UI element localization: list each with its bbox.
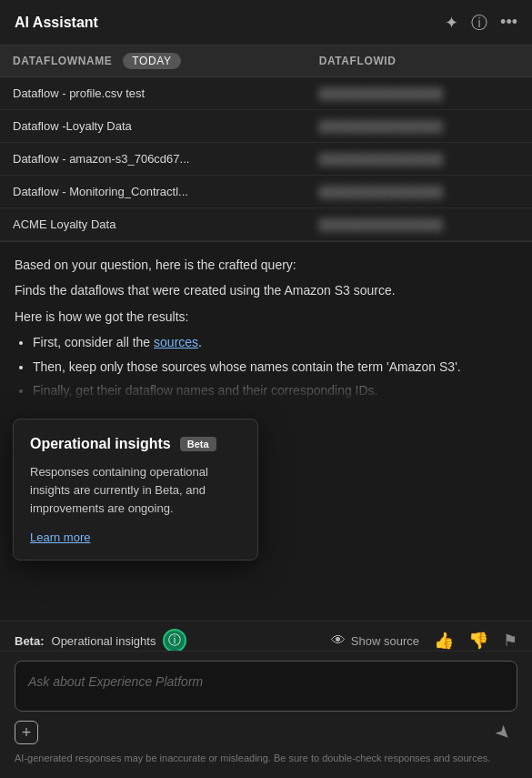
send-button[interactable]: ➤ — [485, 712, 523, 751]
input-area: Ask about Experience Platform + ➤ AI-gen… — [0, 651, 532, 778]
input-placeholder: Ask about Experience Platform — [28, 672, 504, 689]
tooltip-title: Operational insights — [30, 436, 171, 452]
table-wrapper: DATAFLOWNAME Today DATAFLOWID Dataflow -… — [0, 45, 532, 241]
operational-insights-icon[interactable]: ⓘ — [163, 629, 186, 652]
disclaimer-text: AI-generated responses may be inaccurate… — [15, 752, 517, 765]
page-title: AI Assistant — [15, 15, 98, 31]
more-icon[interactable]: ••• — [500, 13, 517, 32]
tooltip-body: Responses containing operational insight… — [30, 463, 241, 518]
header-actions: ✦ ⓘ ••• — [445, 12, 517, 34]
sources-link[interactable]: sources — [154, 335, 198, 349]
add-attachment-button[interactable]: + — [15, 721, 38, 744]
col-dataflowname: DATAFLOWNAME Today — [0, 45, 306, 77]
row-name: ACME Loyalty Data — [0, 208, 306, 241]
row-id: ████████████████ — [306, 176, 532, 208]
table-row: Dataflow - amazon-s3_706cd67... ████████… — [0, 143, 532, 176]
row-id: ████████████████ — [306, 110, 532, 143]
results-how-label: Here is how we got the results: — [15, 307, 517, 327]
row-id: ████████████████ — [306, 208, 532, 241]
beta-label: Beta: — [15, 634, 45, 648]
dataflow-table-section: DATAFLOWNAME Today DATAFLOWID Dataflow -… — [0, 45, 532, 242]
info-bar-right: 👁 Show source 👍 👎 ⚑ — [331, 631, 517, 651]
table-body: Dataflow - profile.csv test ████████████… — [0, 77, 532, 241]
row-name: Dataflow - Monitoring_Contractl... — [0, 176, 306, 208]
table-row: Dataflow - profile.csv test ████████████… — [0, 77, 532, 110]
flag-icon[interactable]: ⚑ — [503, 631, 517, 651]
row-name: Dataflow - profile.csv test — [0, 77, 306, 110]
results-section: Based on your question, here is the craf… — [0, 242, 532, 404]
bullet-1: First, consider all the sources. — [33, 332, 517, 352]
header: AI Assistant ✦ ⓘ ••• — [0, 0, 532, 45]
results-description: Finds the dataflows that were created us… — [15, 280, 517, 300]
operational-insights-label: Operational insights — [52, 634, 156, 648]
row-id: ████████████████ — [306, 77, 532, 110]
results-intro: Based on your question, here is the craf… — [15, 255, 517, 275]
input-box[interactable]: Ask about Experience Platform — [15, 661, 517, 712]
bullet-2: Then, keep only those sources whose name… — [33, 357, 517, 377]
today-badge: Today — [123, 53, 180, 69]
col-dataflowid: DATAFLOWID — [306, 45, 532, 77]
table-row: ACME Loyalty Data ████████████████ — [0, 208, 532, 241]
operational-insights-tooltip: Operational insights Beta Responses cont… — [13, 419, 258, 561]
thumbs-down-icon[interactable]: 👎 — [468, 631, 488, 651]
info-icon[interactable]: ⓘ — [471, 12, 487, 34]
row-name: Dataflow - amazon-s3_706cd67... — [0, 143, 306, 176]
results-bullets: First, consider all the sources. Then, k… — [15, 332, 517, 400]
show-source-button[interactable]: 👁 Show source — [331, 632, 419, 649]
tooltip-header: Operational insights Beta — [30, 436, 241, 452]
input-actions: + ➤ — [15, 719, 517, 746]
info-bar-left: Beta: Operational insights ⓘ — [15, 629, 186, 652]
table-header-row: DATAFLOWNAME Today DATAFLOWID — [0, 45, 532, 77]
learn-more-link[interactable]: Learn more — [30, 530, 90, 544]
table-row: Dataflow - Monitoring_Contractl... █████… — [0, 176, 532, 208]
thumbs-up-icon[interactable]: 👍 — [434, 631, 454, 651]
row-name: Dataflow -Loyalty Data — [0, 110, 306, 143]
eye-icon: 👁 — [331, 632, 346, 649]
dataflow-table: DATAFLOWNAME Today DATAFLOWID Dataflow -… — [0, 45, 532, 241]
table-row: Dataflow -Loyalty Data ████████████████ — [0, 110, 532, 143]
tooltip-beta-badge: Beta — [180, 437, 216, 451]
bullet-3: Finally, get their dataflow names and th… — [33, 380, 517, 400]
bulb-icon[interactable]: ✦ — [445, 13, 458, 33]
row-id: ████████████████ — [306, 143, 532, 176]
